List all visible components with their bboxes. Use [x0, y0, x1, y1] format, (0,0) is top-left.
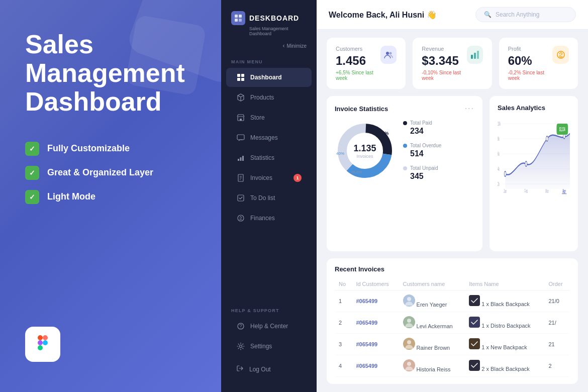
svg-point-29	[389, 52, 392, 55]
products-icon	[236, 93, 245, 102]
paid-value: 234	[410, 127, 441, 136]
logout-button[interactable]: Log Out	[226, 358, 312, 380]
cell-name: Eren Yaeger	[399, 290, 465, 312]
legend-unpaid: Total Unpaid 345	[403, 165, 441, 181]
overdue-label: Total Overdue	[410, 143, 441, 148]
invoice-stats-title: Invoice Statistics	[335, 105, 388, 113]
stat-card-customers: Customers 1.456 +6,5% Since last week	[327, 38, 406, 89]
store-icon	[236, 113, 245, 122]
cell-item: 1 x Distro Backpack	[465, 312, 544, 334]
svg-text:27.4%: 27.4%	[376, 131, 389, 136]
svg-rect-6	[239, 15, 242, 18]
svg-point-69	[407, 340, 411, 344]
right-panel: DESKBOARD Sales Management Dashboard ‹ M…	[221, 0, 588, 392]
settings-label: Settings	[250, 343, 272, 350]
svg-text:Jan: Jan	[504, 188, 507, 194]
messages-label: Messages	[250, 134, 278, 141]
svg-point-63	[407, 297, 411, 301]
sidebar-item-statistics[interactable]: Statistics	[226, 148, 312, 167]
profit-change: -0,2% Since last week	[508, 70, 553, 81]
cell-no: 3	[335, 334, 352, 355]
svg-point-4	[43, 340, 48, 345]
invoice-more-button[interactable]: ···	[465, 104, 474, 113]
brand-row: DESKBOARD	[231, 11, 307, 25]
figma-logo	[25, 327, 60, 362]
chart-area: 27.4% 38.6% 40% 1.135 Invoices	[335, 120, 474, 181]
check-icon-1	[25, 142, 39, 156]
invoice-stats-card: Invoice Statistics ···	[327, 96, 482, 251]
svg-rect-14	[240, 119, 242, 121]
brand-subtitle: Sales Management Dashboard	[231, 26, 307, 36]
sidebar-item-settings[interactable]: Settings	[226, 337, 312, 356]
invoices-label: Invoices	[250, 174, 272, 181]
cell-order: 21	[544, 334, 570, 355]
sidebar-item-finances[interactable]: Finances	[226, 209, 312, 228]
legend-paid: Total Paid 234	[403, 120, 441, 136]
revenue-value: $3.345	[422, 54, 467, 68]
todo-label: To Do list	[250, 194, 275, 202]
svg-text:$1,134: $1,134	[559, 127, 565, 133]
main-menu-label: MAIN MENU	[221, 55, 317, 67]
col-name: Customers name	[399, 278, 465, 290]
help-icon	[236, 322, 245, 331]
paid-dot	[403, 121, 407, 125]
invoices-table: No Id Customers Customers name Items Nam…	[335, 278, 570, 377]
sidebar: DESKBOARD Sales Management Dashboard ‹ M…	[221, 0, 317, 392]
unpaid-dot	[403, 166, 407, 170]
sidebar-item-messages[interactable]: Messages	[226, 128, 312, 147]
svg-rect-32	[477, 51, 479, 59]
dashboard-label: Dashboard	[250, 74, 282, 81]
stat-card-revenue: Revenue $3.345 -0,10% Since last week	[413, 38, 492, 89]
svg-rect-16	[238, 159, 239, 161]
svg-point-66	[407, 319, 411, 323]
donut-label: Invoices	[353, 153, 376, 158]
svg-point-72	[407, 362, 411, 366]
figma-icon	[35, 335, 50, 354]
svg-rect-30	[471, 55, 473, 59]
cell-id: #065499	[352, 290, 399, 312]
sidebar-item-todo[interactable]: To Do list	[226, 188, 312, 208]
svg-text:4k: 4k	[498, 166, 500, 172]
col-item: Items Name	[465, 278, 544, 290]
customers-icon-box	[380, 46, 397, 64]
feature-list: Fully Customizable Great & Organized Lay…	[25, 142, 196, 204]
overdue-dot	[403, 144, 407, 148]
revenue-icon-box	[467, 46, 482, 64]
sidebar-item-help[interactable]: Help & Center	[226, 317, 312, 336]
cell-no: 4	[335, 355, 352, 377]
header: Welcome Back, Ali Husni 👋 🔍 Search Anyth…	[317, 0, 588, 30]
feature-label-1: Fully Customizable	[47, 143, 130, 154]
donut-count: 1.135	[353, 143, 376, 153]
finances-icon	[236, 214, 245, 223]
statistics-icon	[236, 153, 245, 162]
svg-rect-7	[235, 19, 238, 22]
cell-no: 2	[335, 312, 352, 334]
customers-value: 1.456	[336, 54, 380, 68]
minimize-label: Minimize	[287, 43, 307, 49]
left-panel: Sales Management Dashboard Fully Customi…	[0, 0, 221, 392]
sales-analytics-card: Sales Analytics 10k 8k 6k 4k 2k	[489, 96, 578, 251]
svg-text:38.6%: 38.6%	[351, 170, 362, 174]
svg-rect-70	[469, 338, 480, 349]
search-icon: 🔍	[484, 11, 492, 18]
sidebar-item-invoices[interactable]: Invoices 1	[226, 168, 312, 187]
cell-name: Historia Reiss	[399, 355, 465, 377]
brand-name-text: DESKBOARD	[249, 14, 299, 22]
unpaid-label: Total Unpaid	[410, 165, 438, 171]
sidebar-item-products[interactable]: Products	[226, 88, 312, 107]
search-bar[interactable]: 🔍 Search Anything	[475, 7, 576, 22]
sidebar-item-dashboard[interactable]: Dashboard	[226, 68, 312, 87]
dashboard-icon	[236, 73, 245, 82]
svg-rect-17	[240, 157, 242, 161]
svg-rect-8	[239, 19, 242, 22]
cell-item: 1 x Black Backpack	[465, 290, 544, 312]
minimize-button[interactable]: ‹ Minimize	[221, 40, 317, 55]
svg-rect-2	[38, 340, 43, 345]
legend-unpaid-header: Total Unpaid	[403, 165, 441, 171]
col-order: Order	[544, 278, 570, 290]
left-content: Sales Management Dashboard Fully Customi…	[25, 30, 196, 204]
sidebar-item-store[interactable]: Store	[226, 108, 312, 127]
analytics-title: Sales Analytics	[498, 104, 545, 112]
donut-center: 1.135 Invoices	[353, 143, 376, 158]
invoices-icon	[236, 173, 245, 182]
